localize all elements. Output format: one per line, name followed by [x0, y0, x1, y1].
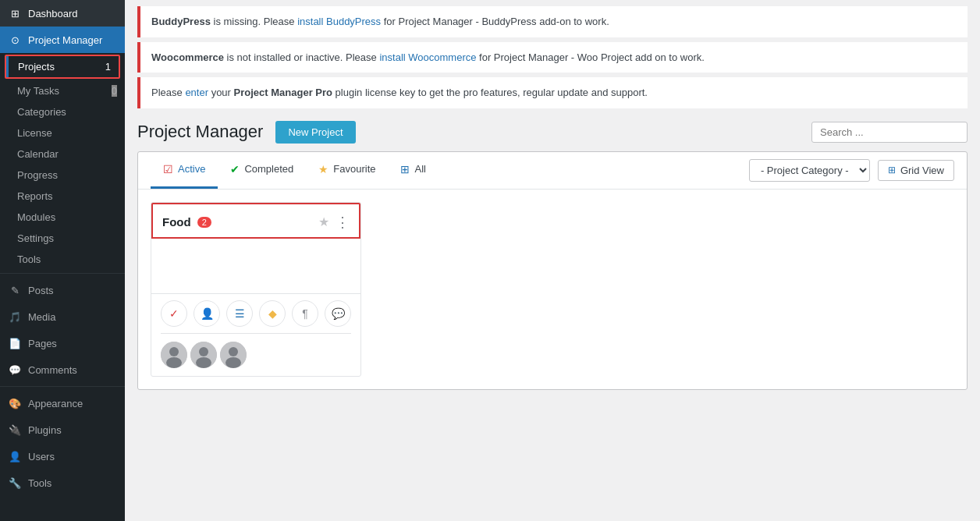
tabs-left: ☑ Active ✔ Completed ★ Favourite ⊞ All	[151, 152, 439, 189]
media-icon: 🎵	[8, 310, 22, 324]
project-star-icon[interactable]: ★	[318, 214, 329, 229]
notice-license: Please enter your Project Manager Pro pl…	[137, 77, 968, 108]
project-team-icon[interactable]: 👤	[194, 300, 220, 327]
tabs-right: - Project Category - ⊞ Grid View	[749, 159, 954, 182]
project-task-icon[interactable]: ✓	[161, 300, 187, 327]
sidebar-item-modules[interactable]: Modules	[0, 207, 125, 228]
active-tab-icon: ☑	[163, 163, 173, 175]
tab-active[interactable]: ☑ Active	[151, 152, 218, 189]
reports-label: Reports	[17, 190, 53, 202]
project-list-icon[interactable]: ☰	[226, 300, 253, 327]
avatar-1	[161, 342, 187, 368]
tools-icon: 🔧	[8, 476, 22, 490]
project-card-badge: 2	[197, 217, 211, 228]
sidebar-item-tools[interactable]: 🔧 Tools	[0, 470, 125, 496]
notice-license-bold: Project Manager Pro	[234, 87, 332, 98]
sidebar-item-posts[interactable]: ✎ Posts	[0, 277, 125, 303]
project-avatars	[151, 334, 360, 376]
all-tab-label: All	[414, 163, 425, 175]
dashboard-icon: ⊞	[8, 6, 22, 20]
project-card-header: Food 2 ★ ⋮	[151, 203, 360, 239]
posts-label: Posts	[28, 285, 54, 296]
tools-label: Tools	[28, 477, 51, 489]
tabs-bar: ☑ Active ✔ Completed ★ Favourite ⊞ All	[138, 152, 967, 190]
projects-border-highlight: Projects 1	[5, 55, 120, 79]
notice-woo-text1: is not installed or inactive. Please	[227, 51, 380, 63]
svg-point-8	[225, 357, 241, 368]
active-tab-label: Active	[178, 163, 205, 175]
project-more-icon[interactable]: ⋮	[336, 214, 350, 231]
notice-buddypress-text2: for Project Manager - BuddyPress add-on …	[384, 16, 609, 27]
sidebar-item-license[interactable]: License	[0, 122, 125, 144]
project-milestone-icon[interactable]: ◆	[259, 300, 286, 327]
pm-label: Project Manager	[28, 34, 102, 46]
sidebar-item-progress[interactable]: Progress	[0, 165, 125, 186]
license-label: License	[17, 127, 52, 139]
sidebar-item-projects[interactable]: Projects 1	[6, 56, 119, 77]
svg-point-1	[169, 347, 179, 356]
notice-woo-link[interactable]: install Woocommerce	[379, 51, 476, 63]
completed-tab-icon: ✔	[230, 163, 240, 175]
avatar-2	[190, 342, 217, 368]
page-title: Project Manager	[137, 122, 263, 142]
sidebar-item-appearance[interactable]: 🎨 Appearance	[0, 390, 125, 416]
mytasks-label: My Tasks	[17, 85, 59, 97]
tools-pm-label: Tools	[17, 253, 41, 265]
notice-license-link[interactable]: enter	[185, 87, 208, 98]
project-card-icons: ✓ 👤 ☰ ◆ ¶ 💬	[151, 293, 360, 333]
grid-view-label: Grid View	[900, 165, 944, 176]
svg-point-2	[166, 357, 182, 368]
settings-label: Settings	[17, 232, 54, 244]
projects-badge: 1	[105, 61, 111, 73]
grid-view-button[interactable]: ⊞ Grid View	[878, 160, 954, 181]
search-input[interactable]	[811, 122, 968, 143]
categories-label: Categories	[17, 106, 66, 118]
sidebar-item-categories[interactable]: Categories	[0, 101, 125, 122]
notice-woo-bold: Woocommerce	[151, 51, 224, 63]
sidebar-item-settings[interactable]: Settings	[0, 228, 125, 249]
svg-point-5	[196, 357, 211, 368]
calendar-label: Calendar	[17, 148, 59, 160]
notice-buddypress-bold: BuddyPress	[151, 16, 211, 27]
sidebar-item-dashboard[interactable]: ⊞ Dashboard	[0, 0, 125, 27]
project-comment-icon[interactable]: 💬	[325, 300, 351, 327]
pages-icon: 📄	[8, 336, 22, 350]
sidebar-item-media[interactable]: 🎵 Media	[0, 303, 125, 330]
project-discussion-icon[interactable]: ¶	[292, 300, 318, 327]
users-icon: 👤	[8, 449, 22, 463]
tab-favourite[interactable]: ★ Favourite	[306, 152, 388, 189]
sidebar-item-calendar[interactable]: Calendar	[0, 144, 125, 165]
header-left: Project Manager New Project	[137, 121, 356, 144]
sidebar-item-comments[interactable]: 💬 Comments	[0, 356, 125, 383]
sidebar-item-plugins[interactable]: 🔌 Plugins	[0, 416, 125, 443]
all-tab-icon: ⊞	[400, 163, 410, 175]
svg-point-4	[199, 347, 208, 356]
new-project-button[interactable]: New Project	[275, 121, 355, 144]
project-grid: Food 2 ★ ⋮ ✓ 👤 ☰ ◆ ¶ 💬	[138, 190, 967, 389]
page-header: Project Manager New Project	[125, 108, 980, 151]
comments-icon: 💬	[8, 363, 22, 377]
notice-woocommerce: Woocommerce is not installed or inactive…	[137, 42, 968, 73]
sidebar-item-reports[interactable]: Reports	[0, 186, 125, 207]
sidebar-project-manager[interactable]: ⊙ Project Manager	[0, 27, 125, 53]
project-card-title[interactable]: Food	[162, 215, 191, 229]
notice-license-text1: Please	[151, 87, 185, 98]
appearance-label: Appearance	[28, 398, 83, 409]
sidebar-item-pages[interactable]: 📄 Pages	[0, 330, 125, 356]
plugins-label: Plugins	[28, 424, 62, 436]
notice-buddypress: BuddyPress is missing. Please install Bu…	[137, 6, 968, 37]
favourite-tab-icon: ★	[318, 163, 328, 175]
project-category-select[interactable]: - Project Category -	[749, 159, 870, 182]
sidebar-item-mytasks[interactable]: My Tasks 0	[0, 80, 125, 101]
favourite-tab-label: Favourite	[333, 163, 375, 175]
sidebar-item-tools-pm[interactable]: Tools	[0, 249, 125, 270]
grid-view-icon: ⊞	[888, 165, 896, 175]
notice-license-text3: plugin license key to get the pro featur…	[336, 87, 648, 98]
sidebar-item-users[interactable]: 👤 Users	[0, 443, 125, 470]
tab-all[interactable]: ⊞ All	[388, 152, 438, 189]
projects-label: Projects	[18, 61, 55, 73]
tab-completed[interactable]: ✔ Completed	[218, 152, 306, 189]
progress-label: Progress	[17, 169, 58, 181]
notice-buddypress-link[interactable]: install BuddyPress	[297, 16, 381, 27]
sidebar-divider-2	[0, 386, 125, 387]
